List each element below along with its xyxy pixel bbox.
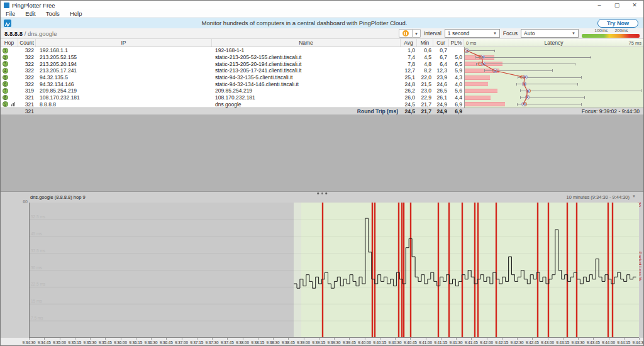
- col-count[interactable]: Count: [18, 39, 36, 47]
- round-trip-count: 321: [18, 108, 36, 114]
- time-label: 9:38:45: [282, 340, 295, 345]
- min-cell: 22,9: [417, 94, 433, 101]
- name-cell: static-94-32-135-5.clienti.tiscali.it: [212, 74, 401, 81]
- ip-cell: 108.170.232.181: [36, 94, 212, 101]
- hop-row[interactable]: 632294.32.134.146static-94-32-134-146.cl…: [1, 81, 643, 87]
- ip-cell: 192.168.1.1: [36, 47, 212, 53]
- count-cell: 322: [18, 74, 36, 81]
- cloud-banner: Monitor hundreds of computers in a centr…: [1, 18, 643, 28]
- time-label: 9:37:15: [190, 340, 203, 345]
- col-hop[interactable]: Hop: [1, 39, 18, 47]
- time-label: 9:41:15: [434, 340, 447, 345]
- time-tick: [624, 338, 625, 340]
- menu-help[interactable]: Help: [65, 9, 87, 18]
- col-name[interactable]: Name: [212, 39, 401, 47]
- col-min[interactable]: Min: [417, 39, 433, 47]
- col-ip[interactable]: IP: [36, 39, 212, 47]
- hop-row[interactable]: 3322213.205.20.194static-213-205-20-194.…: [1, 60, 643, 67]
- try-now-button[interactable]: Try Now: [597, 19, 638, 28]
- round-trip-label: Round Trip (ms): [212, 108, 401, 114]
- avg-cell: 7,4: [401, 54, 417, 60]
- time-label: 9:41:45: [465, 340, 478, 345]
- time-label: 9:43:30: [571, 340, 584, 345]
- col-cur[interactable]: Cur: [433, 39, 449, 47]
- name-cell: 108.170.232.181: [212, 94, 401, 101]
- time-label: 9:34:45: [38, 340, 51, 345]
- time-label: 9:34:30: [22, 340, 35, 345]
- menu-tools[interactable]: Tools: [41, 9, 65, 18]
- min-cell: 23,0: [417, 87, 433, 94]
- hop-row[interactable]: 2322213.205.52.155static-213-205-52-155.…: [1, 54, 643, 61]
- banner-text: Monitor hundreds of computers in a centr…: [11, 20, 597, 26]
- avg-cell: 26,2: [401, 87, 417, 94]
- time-label: 9:38:00: [236, 340, 249, 345]
- pause-button[interactable]: [399, 29, 413, 38]
- time-tick: [349, 338, 350, 340]
- time-label: 9:42:00: [480, 340, 493, 345]
- interval-select[interactable]: 1 second▼: [445, 29, 500, 38]
- cur-cell: 12,3: [433, 67, 449, 74]
- time-label: 9:44:00: [602, 340, 615, 345]
- time-label: 9:35:00: [53, 340, 66, 345]
- minimize-button[interactable]: –: [591, 1, 608, 9]
- time-tick: [365, 338, 365, 340]
- hop-row[interactable]: 1322192.168.1.1192-168-1-11,00,60,7×: [1, 47, 643, 54]
- time-tick: [395, 338, 396, 340]
- time-tick: [304, 338, 304, 340]
- avg-cell: 26,0: [401, 94, 417, 101]
- pause-dropdown-button[interactable]: ▼: [413, 29, 421, 38]
- time-label: 9:43:15: [556, 340, 569, 345]
- timeline-range-label[interactable]: 10 minutes (9:34:30 - 9:44:30): [567, 194, 630, 200]
- maximize-button[interactable]: ▢: [608, 1, 626, 9]
- min-max-whisker: [520, 91, 641, 91]
- hop-row[interactable]: 8321108.170.232.181108.170.232.18126,022…: [1, 94, 643, 101]
- chevron-down-icon[interactable]: ▼: [632, 194, 636, 198]
- time-tick: [426, 338, 426, 340]
- target-name: dns.google: [28, 30, 57, 37]
- time-label: 9:36:00: [114, 340, 127, 345]
- col-pl[interactable]: PL%: [449, 39, 464, 47]
- splitter-handle[interactable]: [317, 193, 327, 194]
- time-tick: [44, 338, 45, 340]
- grid-label: 45 ms: [31, 232, 42, 236]
- menu-file[interactable]: File: [1, 9, 20, 18]
- grid-label: 22.5 ms: [31, 282, 45, 286]
- focus-value: Auto: [524, 30, 535, 36]
- time-tick: [121, 338, 121, 340]
- time-tick: [166, 338, 167, 340]
- time-tick: [90, 338, 91, 340]
- hop-cell: 9: [1, 101, 18, 108]
- name-cell: dns.google: [212, 101, 401, 108]
- time-tick: [563, 338, 564, 340]
- app-icon: [4, 3, 9, 8]
- col-avg[interactable]: Avg: [401, 39, 417, 47]
- cur-cell: 6,7: [433, 54, 449, 60]
- time-label: 9:42:45: [526, 340, 539, 345]
- time-label: 9:40:45: [404, 340, 417, 345]
- focus-select[interactable]: Auto▼: [521, 29, 579, 38]
- avg-latency-marker: ×: [525, 95, 530, 99]
- count-cell: 322: [18, 47, 36, 53]
- close-button[interactable]: ✕: [626, 1, 643, 9]
- pl-cell: 6,5: [449, 61, 464, 67]
- time-tick: [517, 338, 518, 340]
- time-label: 9:36:15: [129, 340, 142, 345]
- hop-row[interactable]: 532294.32.135.5static-94-32-135-5.client…: [1, 74, 643, 81]
- time-label: 9:35:15: [68, 340, 81, 345]
- hop-row[interactable]: 7319209.85.254.219209.85.254.21926,223,0…: [1, 87, 643, 94]
- time-label: 9:37:00: [175, 340, 188, 345]
- ip-cell: 8.8.8.8: [36, 101, 212, 108]
- menu-edit[interactable]: Edit: [20, 9, 40, 18]
- latency-graph-cell: ×: [464, 60, 643, 67]
- name-cell: static-213-205-17-241.clienti.tiscali.it: [212, 67, 401, 74]
- hop-row[interactable]: 4322213.205.17.241static-213-205-17-241.…: [1, 67, 643, 74]
- cur-cell: 6,4: [433, 61, 449, 67]
- timeline-plot[interactable]: 52.5 ms45 ms37.5 ms30 ms22.5 ms15 ms7.5 …: [29, 203, 639, 338]
- hop-badge: 5: [3, 75, 8, 81]
- latency-graph-cell: ×: [464, 94, 643, 101]
- cur-cell: 23,9: [433, 74, 449, 81]
- time-tick: [548, 338, 548, 340]
- timeline-title: dns.google (8.8.8.8) hop 9: [30, 194, 86, 200]
- hop-row[interactable]: 93218.8.8.8dns.google24,521,724,96,9×: [1, 101, 643, 108]
- scale-200ms-label: 200ms: [614, 28, 628, 33]
